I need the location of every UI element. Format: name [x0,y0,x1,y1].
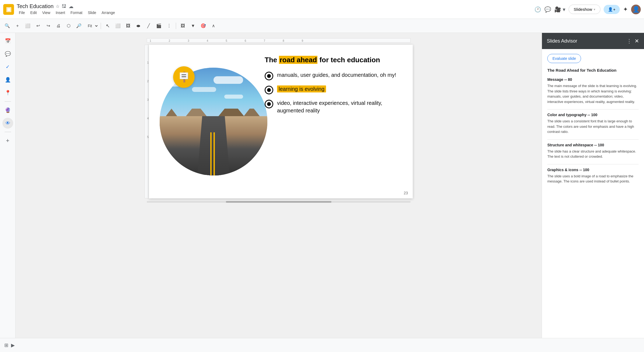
slide-right-section: The road ahead for tech education manual… [265,56,405,119]
video-icon[interactable]: 🎥 ▾ [554,6,565,13]
menu-format[interactable]: Format [68,10,85,15]
slide-content: 🪧 [149,45,413,198]
bg-button[interactable]: 🖼 [178,21,187,30]
sidebar-icon-person[interactable]: 👤 [2,74,13,85]
menu-arrange[interactable]: Arrange [99,10,117,15]
video-insert-button[interactable]: 🎬 [154,21,163,30]
user-avatar[interactable]: 👤 [631,5,641,14]
sidebar-icon-eye[interactable]: 👁 [2,118,13,129]
zoom-in-button[interactable]: + [13,21,22,30]
cloud-4 [224,95,243,99]
bullet-icon-2 [265,86,273,94]
expand-panel-button[interactable]: ▶ [11,342,15,348]
star-icon[interactable]: ☆ [56,4,60,9]
advisor-section-text-2: The slide has a clear structure and adeq… [547,149,639,159]
grid-view-button[interactable]: ⊞ [4,342,8,348]
bottom-bar: ⊞ ▶ [0,338,644,352]
advisor-divider-3 [547,164,639,164]
history-icon[interactable]: 🕐 [534,6,541,13]
advisor-close-icon[interactable]: ✕ [635,38,639,44]
main-area: 📅 💬 ✓ 👤 📍 🔮 👁 + 12 34 56 78 9 1 2 3 4 5 [0,33,644,338]
menu-insert[interactable]: Insert [54,10,67,15]
advisor-header: Slides Advisor ⋮ ✕ [542,33,644,49]
image-button[interactable]: 🖼 [124,21,133,30]
cloud-3 [192,87,216,92]
toolbar-divider-1 [101,23,101,29]
advisor-section-title-2: Structure and whitespace -- 100 [547,143,639,147]
select-button[interactable]: ⬜ [23,21,32,30]
cursor-button[interactable]: ↖ [103,21,112,30]
paint-format-button[interactable]: ⬡ [64,21,73,30]
more-button[interactable]: ⋮ [164,21,174,30]
advisor-section-text-0: The main message of the slide is that le… [547,83,639,104]
bullet-inner-3 [267,102,271,106]
magic-icon[interactable]: ✦ [623,6,628,13]
advisor-section-0: Message -- 80 The main message of the sl… [547,77,639,104]
sidebar-divider [5,101,11,102]
sidebar-icon-chat[interactable]: 💬 [2,49,13,59]
advisor-panel: Slides Advisor ⋮ ✕ Evaluate slide The Ro… [542,33,644,338]
fill-color-button[interactable]: ▼ [188,21,198,30]
sidebar-icon-calendar[interactable]: 📅 [2,36,13,46]
h-scroll-area [147,201,411,203]
comment-icon[interactable]: 💬 [544,6,551,13]
top-bar: ▣ Tech Education ☆ 🖫 ☁ File Edit View In… [0,0,644,19]
sidebar-divider-2 [5,132,11,132]
horizontal-scrollbar[interactable] [147,201,411,203]
line-button[interactable]: ╱ [144,21,153,30]
text-box-button[interactable]: ⬜ [113,21,122,30]
redo-button[interactable]: ↪ [44,21,53,30]
slide-editor: 12 34 56 78 9 1 2 3 4 5 🪧 [16,33,542,338]
target-button[interactable]: 🎯 [199,21,208,30]
bullet-text-2: learning is evolving [277,85,326,93]
sidebar-icon-purple[interactable]: 🔮 [2,105,13,116]
advisor-section-3: Graphics & icons -- 100 The slide uses a… [547,168,639,184]
menu-file[interactable]: File [17,10,27,15]
bullet-icon-3 [265,100,273,108]
cloud-icon[interactable]: ☁ [69,4,74,9]
toolbar: 🔍 + ⬜ ↩ ↪ 🖨 ⬡ 🔎 Fit ↖ ⬜ 🖼 ⬬ ╱ 🎬 ⋮ 🖼 ▼ 🎯 … [0,19,644,33]
save-icon[interactable]: 🖫 [62,4,66,9]
bullet-item-1: manuals, user guides, and documentation,… [265,71,405,80]
advisor-divider-2 [547,139,639,140]
h-scrollbar-thumb[interactable] [226,201,331,203]
add-people-button[interactable]: 👤+ [604,5,620,14]
slideshow-button[interactable]: Slideshow ▾ [569,5,600,14]
app-icon: ▣ [3,4,14,15]
heading-part1: The [265,56,279,64]
menu-view[interactable]: View [40,10,52,15]
sidebar-icon-maps[interactable]: 📍 [2,87,13,98]
sidebar-icon-check[interactable]: ✓ [2,61,13,72]
advisor-section-text-3: The slide uses a bold image of a road to… [547,174,639,184]
evaluate-slide-button[interactable]: Evaluate slide [547,54,581,63]
advisor-slide-title: The Road Ahead for Tech Education [547,68,639,73]
heading-highlight: road ahead [279,56,317,64]
slide-left-section: 🪧 [157,53,270,190]
advisor-section-title-3: Graphics & icons -- 100 [547,168,639,172]
left-sidebar: 📅 💬 ✓ 👤 📍 🔮 👁 + [0,33,16,338]
add-person-icon: 👤+ [608,7,615,12]
title-area: Tech Education ☆ 🖫 ☁ File Edit View Inse… [17,3,117,15]
menu-bar: File Edit View Insert Format Slide Arran… [17,10,117,15]
zoom-select[interactable]: Fit [85,22,99,29]
slide-canvas[interactable]: 🪧 [149,45,413,198]
bullet-icon-1 [265,72,273,80]
undo-button[interactable]: ↩ [33,21,43,30]
collapse-button[interactable]: ∧ [209,21,218,30]
bullet-text-3: video, interactive experiences, virtual … [277,99,405,114]
menu-edit[interactable]: Edit [28,10,39,15]
cloud-2 [214,76,243,84]
zoom-menu-button[interactable]: 🔎 [74,21,83,30]
advisor-section-title-0: Message -- 80 [547,77,639,82]
bullet-inner-2 [267,88,271,92]
top-right: 🕐 💬 🎥 ▾ Slideshow ▾ 👤+ ✦ 👤 [534,5,641,14]
print-button[interactable]: 🖨 [54,21,63,30]
menu-slide[interactable]: Slide [86,10,98,15]
sidebar-icon-add[interactable]: + [2,135,13,146]
bullet-item-3: video, interactive experiences, virtual … [265,99,405,114]
zoom-out-button[interactable]: 🔍 [3,21,12,30]
advisor-more-icon[interactable]: ⋮ [626,38,632,44]
shape-button[interactable]: ⬬ [134,21,143,30]
road-line-left [210,132,212,175]
advisor-title: Slides Advisor [547,38,577,44]
